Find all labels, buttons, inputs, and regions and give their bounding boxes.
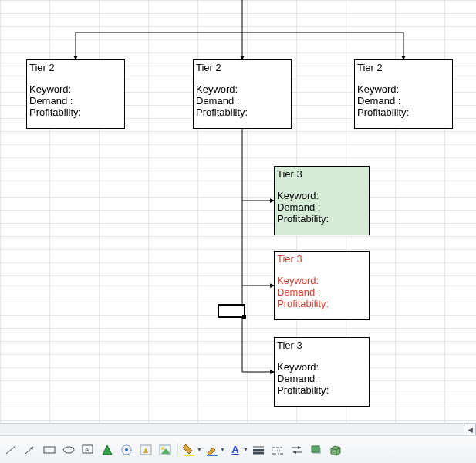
svg-marker-39 — [331, 446, 340, 455]
line-color-tool[interactable] — [203, 441, 221, 458]
keyword-label: Keyword: — [277, 361, 366, 373]
tier3-node-green[interactable]: Tier 3 Keyword: Demand : Profitability: — [274, 166, 370, 235]
demand-label: Demand : — [357, 95, 450, 106]
tier-label: Tier 2 — [357, 62, 450, 73]
line-tool[interactable] — [2, 441, 20, 458]
line-style-tool[interactable] — [249, 441, 268, 458]
svg-point-18 — [125, 448, 128, 451]
wordart-tool[interactable] — [117, 441, 136, 458]
keyword-label: Keyword: — [277, 275, 366, 286]
3d-tool[interactable] — [326, 441, 345, 458]
tier-label: Tier 3 — [277, 340, 366, 351]
dropdown-icon[interactable]: ▼ — [220, 447, 225, 452]
keyword-label: Keyword: — [357, 83, 450, 95]
arrow-tool[interactable] — [21, 441, 39, 458]
profitability-label: Profitability: — [29, 106, 122, 118]
profitability-label: Profitability: — [277, 298, 366, 309]
textbox-tool[interactable]: A — [79, 441, 97, 458]
keyword-label: Keyword: — [196, 83, 289, 95]
autoshapes-tool[interactable] — [98, 441, 116, 458]
profitability-label: Profitability: — [277, 213, 366, 225]
drawing-toolbar: A ▼ ▼ A ▼ — [0, 435, 476, 463]
svg-marker-16 — [103, 445, 112, 455]
tier-label: Tier 2 — [196, 62, 289, 73]
tier3-node-red[interactable]: Tier 3 Keyword: Demand : Profitability: — [274, 251, 370, 320]
active-cell-cursor[interactable] — [218, 304, 245, 318]
svg-rect-25 — [184, 455, 194, 456]
fill-color-tool[interactable] — [180, 441, 198, 458]
tier-label: Tier 3 — [277, 253, 366, 265]
dropdown-icon[interactable]: ▼ — [197, 447, 202, 452]
keyword-label: Keyword: — [29, 83, 122, 95]
horizontal-scrollbar[interactable]: ◀ — [0, 423, 476, 435]
tier2-node-left[interactable]: Tier 2 Keyword: Demand : Profitability: — [26, 59, 125, 129]
demand-label: Demand : — [277, 201, 366, 213]
triangle-left-icon: ◀ — [468, 426, 473, 434]
svg-rect-38 — [312, 446, 319, 452]
dash-style-tool[interactable] — [268, 441, 287, 458]
demand-label: Demand : — [277, 373, 366, 384]
svg-rect-26 — [207, 455, 218, 456]
svg-point-22 — [161, 447, 164, 450]
profitability-label: Profitability: — [357, 106, 450, 118]
demand-label: Demand : — [277, 286, 366, 298]
dropdown-icon[interactable]: ▼ — [243, 447, 248, 452]
scroll-left-button[interactable]: ◀ — [464, 424, 476, 436]
diagram-tool[interactable] — [137, 441, 155, 458]
svg-marker-36 — [293, 451, 296, 454]
tier-label: Tier 3 — [277, 168, 366, 180]
tier2-node-right[interactable]: Tier 2 Keyword: Demand : Profitability: — [354, 59, 453, 129]
shadow-tool[interactable] — [307, 441, 326, 458]
svg-rect-12 — [44, 447, 55, 453]
ellipse-tool[interactable] — [59, 441, 78, 458]
tier2-node-center[interactable]: Tier 2 Keyword: Demand : Profitability: — [193, 59, 292, 129]
tier3-node-plain[interactable]: Tier 3 Keyword: Demand : Profitability: — [274, 337, 370, 407]
arrow-style-tool[interactable] — [288, 441, 306, 458]
keyword-label: Keyword: — [277, 190, 366, 201]
clipart-tool[interactable] — [156, 441, 174, 458]
profitability-label: Profitability: — [196, 106, 289, 118]
demand-label: Demand : — [196, 95, 289, 106]
tier-label: Tier 2 — [29, 62, 122, 73]
profitability-label: Profitability: — [277, 384, 366, 396]
svg-marker-34 — [298, 446, 301, 449]
svg-line-9 — [6, 446, 15, 454]
rectangle-tool[interactable] — [40, 441, 59, 458]
demand-label: Demand : — [29, 95, 122, 106]
font-color-tool[interactable]: A — [226, 441, 245, 458]
svg-point-13 — [63, 447, 74, 453]
svg-text:A: A — [85, 446, 89, 453]
